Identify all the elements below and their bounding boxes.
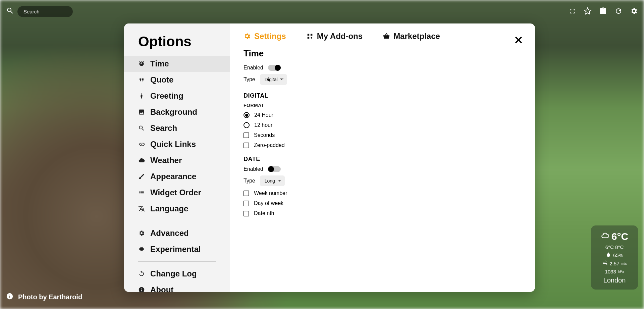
- quote-icon: [138, 76, 145, 83]
- weather-humidity: 65%: [613, 252, 623, 258]
- clipboard-icon[interactable]: [599, 7, 607, 16]
- weather-range: 6°C 8°C: [605, 244, 624, 250]
- star-icon[interactable]: [584, 7, 592, 16]
- sidebar-label: Quote: [150, 75, 173, 85]
- weeknum-checkbox[interactable]: Week number: [244, 190, 522, 196]
- tab-addons[interactable]: My Add-ons: [306, 32, 363, 41]
- sidebar-label: Time: [150, 59, 169, 68]
- alarm-icon: [138, 60, 145, 67]
- search-icon[interactable]: [6, 7, 14, 17]
- sidebar-label: About: [150, 285, 173, 292]
- sidebar-item-quote[interactable]: Quote: [124, 72, 230, 88]
- cloud-icon: [601, 231, 609, 242]
- tab-label: Marketplace: [393, 32, 440, 41]
- time-type-select[interactable]: Digital: [260, 74, 287, 85]
- datenth-checkbox[interactable]: Date nth: [244, 210, 522, 216]
- sidebar-label: Language: [150, 204, 188, 213]
- sidebar-title: Options: [124, 30, 230, 56]
- sidebar-label: Appearance: [150, 172, 196, 181]
- date-heading: DATE: [244, 156, 522, 163]
- radio-icon: [244, 122, 250, 128]
- gear-icon[interactable]: [630, 7, 638, 16]
- image-icon: [138, 109, 145, 115]
- weather-widget: 6°C 6°C 8°C 65% 2.57 m/s 1033 hPa London: [591, 225, 638, 290]
- settings-content: Settings My Add-ons Marketplace Time Ena…: [230, 23, 535, 292]
- sidebar-item-greeting[interactable]: Greeting: [124, 88, 230, 104]
- link-icon: [138, 141, 145, 148]
- sidebar-item-about[interactable]: About: [124, 282, 230, 292]
- type-label: Type: [244, 76, 255, 83]
- sidebar-item-appearance[interactable]: Appearance: [124, 168, 230, 185]
- options-sidebar: Options Time Quote Greeting Background S…: [124, 23, 230, 292]
- tab-marketplace[interactable]: Marketplace: [383, 32, 440, 41]
- sidebar-label: Widget Order: [150, 188, 201, 197]
- sidebar-item-advanced[interactable]: Advanced: [124, 225, 230, 241]
- zeropad-checkbox[interactable]: Zero-padded: [244, 142, 522, 148]
- radio-label: 12 hour: [254, 122, 272, 128]
- wind-unit: m/s: [622, 262, 627, 265]
- close-button[interactable]: [514, 35, 524, 46]
- gear-icon: [138, 230, 145, 237]
- sidebar-item-search[interactable]: Search: [124, 120, 230, 136]
- sidebar-label: Quick Links: [150, 140, 196, 149]
- weather-wind: 2.57: [609, 261, 619, 266]
- sidebar-label: Search: [150, 123, 177, 133]
- options-modal: Options Time Quote Greeting Background S…: [124, 23, 535, 292]
- tab-label: My Add-ons: [317, 32, 363, 41]
- sidebar-item-widgetorder[interactable]: Widget Order: [124, 185, 230, 201]
- sidebar-item-changelog[interactable]: Change Log: [124, 266, 230, 282]
- tab-label: Settings: [254, 32, 286, 41]
- checkbox-icon: [244, 133, 249, 138]
- sidebar-item-language[interactable]: Language: [124, 201, 230, 217]
- dayofweek-checkbox[interactable]: Day of week: [244, 200, 522, 206]
- section-title-time: Time: [244, 48, 522, 59]
- sidebar-item-time[interactable]: Time: [124, 56, 230, 72]
- radio-icon: [244, 112, 250, 118]
- weather-pressure: 1033: [605, 269, 616, 274]
- basket-icon: [383, 33, 390, 40]
- weather-temp: 6°C: [611, 231, 628, 242]
- date-type-select[interactable]: Long: [260, 175, 285, 186]
- list-icon: [138, 189, 145, 196]
- sidebar-item-experimental[interactable]: Experimental: [124, 241, 230, 257]
- format-24-radio[interactable]: 24 Hour: [244, 112, 522, 118]
- sidebar-label: Greeting: [150, 91, 183, 101]
- weather-location: London: [595, 276, 634, 284]
- sidebar-item-weather[interactable]: Weather: [124, 152, 230, 168]
- seconds-checkbox[interactable]: Seconds: [244, 132, 522, 138]
- checkbox-icon: [244, 211, 249, 216]
- translate-icon: [138, 205, 145, 212]
- bug-icon: [138, 246, 145, 253]
- humidity-icon: [606, 252, 611, 258]
- tab-bar: Settings My Add-ons Marketplace: [244, 32, 522, 41]
- date-type-label: Type: [244, 178, 255, 184]
- photo-credit-text: Photo by Eartharoid: [18, 293, 82, 301]
- sidebar-label: Advanced: [150, 228, 189, 238]
- format-heading: FORMAT: [244, 103, 522, 108]
- checkbox-label: Week number: [254, 190, 287, 196]
- enabled-label: Enabled: [244, 65, 263, 71]
- search-icon: [138, 125, 145, 132]
- top-icon-bar: [568, 7, 638, 16]
- info-icon: [138, 287, 145, 292]
- pressure-unit: hPa: [618, 270, 624, 273]
- format-12-radio[interactable]: 12 hour: [244, 122, 522, 128]
- refresh-icon[interactable]: [614, 7, 623, 16]
- search-input[interactable]: [17, 6, 73, 17]
- date-enabled-label: Enabled: [244, 166, 263, 172]
- update-icon: [138, 270, 145, 277]
- time-enabled-toggle[interactable]: [268, 65, 281, 71]
- checkbox-label: Day of week: [254, 200, 283, 206]
- checkbox-icon: [244, 191, 249, 196]
- sidebar-item-background[interactable]: Background: [124, 104, 230, 120]
- checkbox-label: Seconds: [254, 132, 275, 138]
- sidebar-label: Weather: [150, 156, 182, 165]
- info-icon[interactable]: [6, 293, 13, 302]
- checkbox-label: Date nth: [254, 210, 274, 216]
- sidebar-item-quicklinks[interactable]: Quick Links: [124, 136, 230, 152]
- radio-label: 24 Hour: [254, 112, 273, 118]
- date-enabled-toggle[interactable]: [268, 166, 281, 172]
- fullscreen-icon[interactable]: [568, 7, 576, 16]
- checkbox-label: Zero-padded: [254, 142, 285, 148]
- tab-settings[interactable]: Settings: [244, 32, 286, 41]
